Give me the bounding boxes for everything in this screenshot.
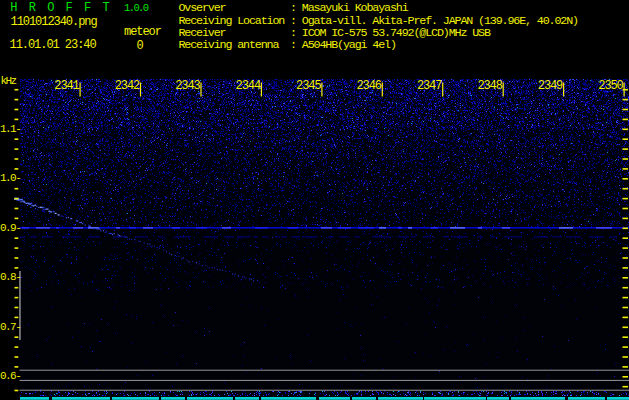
svg-text:2346: 2346 (357, 79, 382, 93)
svg-text:1.0.0: 1.0.0 (124, 2, 149, 14)
svg-text:0.8-: 0.8- (0, 271, 20, 283)
svg-text:2350: 2350 (598, 79, 623, 93)
svg-text:2341: 2341 (54, 79, 79, 93)
svg-text:1.0-: 1.0- (0, 172, 20, 184)
svg-text:2344: 2344 (236, 79, 261, 93)
svg-text:2349: 2349 (538, 79, 563, 93)
svg-text:1101012340.png: 1101012340.png (11, 15, 98, 29)
svg-text:2347: 2347 (417, 79, 442, 93)
svg-text:O: O (47, 1, 54, 15)
svg-text:0.7-: 0.7- (0, 321, 20, 333)
svg-text:0.9-: 0.9- (0, 222, 20, 234)
svg-text:11.01.01 23:40: 11.01.01 23:40 (10, 38, 97, 52)
svg-text:F: F (84, 1, 91, 15)
svg-text:2343: 2343 (175, 79, 200, 93)
svg-text:kHz: kHz (1, 75, 17, 87)
svg-text:H: H (10, 1, 17, 15)
svg-text:F: F (66, 1, 73, 15)
svg-text:2345: 2345 (296, 79, 321, 93)
svg-text:T: T (103, 1, 110, 15)
svg-text:R: R (29, 1, 36, 15)
svg-text:meteor: meteor (124, 25, 162, 39)
svg-text:1.1-: 1.1- (0, 123, 20, 135)
svg-text:0: 0 (137, 39, 144, 53)
svg-text:2348: 2348 (477, 79, 502, 93)
svg-text:0.6-: 0.6- (0, 370, 20, 382)
svg-text:Receiving antenna : A504HB(ya: Receiving antenna : A504HB(yagi 4el) (179, 38, 396, 52)
svg-text:2342: 2342 (115, 79, 140, 93)
